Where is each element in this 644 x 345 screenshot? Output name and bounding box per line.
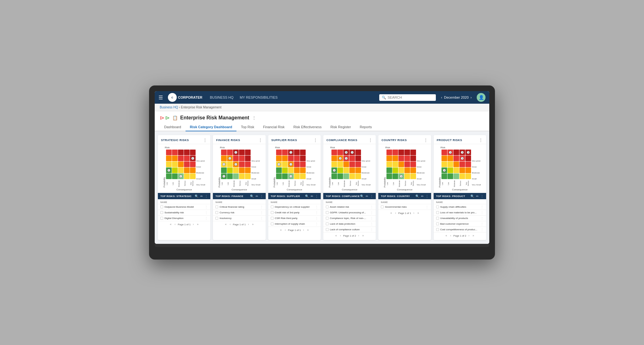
search-input[interactable] [387, 96, 431, 99]
finance-search-icon[interactable]: 🔍 [250, 194, 254, 198]
avatar[interactable]: 👤 [477, 93, 486, 102]
breadcrumb-home[interactable]: Business HQ [160, 106, 178, 109]
risk-item-menu[interactable]: ⋮ [315, 205, 318, 209]
first-page-btn[interactable]: « [445, 234, 448, 238]
last-page-btn[interactable]: » [251, 222, 254, 226]
supplier-search-icon[interactable]: 🔍 [305, 194, 309, 198]
finance-menu-icon[interactable]: ⋮ [260, 194, 263, 198]
date-next-btn[interactable]: › [470, 96, 472, 99]
risk-checkbox[interactable] [436, 228, 439, 231]
first-page-btn[interactable]: « [224, 222, 228, 226]
country-edit-icon[interactable]: ✏ [421, 194, 424, 198]
supplier-edit-icon[interactable]: ✏ [311, 194, 313, 198]
tab-reports[interactable]: Reports [355, 123, 376, 131]
tab-risk-register[interactable]: Risk Register [326, 123, 355, 131]
risk-checkbox[interactable] [326, 228, 329, 231]
prev-page-btn[interactable]: ‹ [229, 222, 232, 226]
risk-item-menu[interactable]: ⋮ [315, 216, 318, 220]
first-page-btn[interactable]: « [279, 228, 283, 232]
risk-item-menu[interactable]: ⋮ [370, 222, 373, 226]
last-page-btn[interactable]: » [472, 234, 475, 238]
next-page-btn[interactable]: › [412, 211, 415, 215]
risk-checkbox[interactable] [436, 222, 439, 225]
strategic-card-menu[interactable]: ⋮ [203, 138, 207, 143]
prev-page-btn[interactable]: ‹ [174, 222, 176, 226]
page-menu-icon[interactable]: ⋮ [252, 115, 256, 120]
risk-item-menu[interactable]: ⋮ [315, 211, 318, 214]
risk-checkbox[interactable] [436, 217, 439, 220]
prev-page-btn[interactable]: ‹ [449, 234, 452, 238]
country-card-menu[interactable]: ⋮ [424, 138, 428, 143]
risk-checkbox[interactable] [160, 217, 163, 220]
product-menu-icon[interactable]: ⋮ [480, 194, 484, 198]
tab-financial-risk[interactable]: Financial Risk [259, 123, 289, 131]
last-page-btn[interactable]: » [196, 222, 199, 226]
risk-item-menu[interactable]: ⋮ [480, 211, 484, 214]
risk-item-menu[interactable]: ⋮ [260, 205, 263, 209]
date-prev-btn[interactable]: ‹ [441, 96, 442, 99]
next-page-btn[interactable]: › [247, 222, 250, 226]
risk-checkbox[interactable] [160, 205, 163, 208]
risk-item-menu[interactable]: ⋮ [205, 211, 208, 214]
first-page-btn[interactable]: « [334, 234, 338, 238]
next-page-btn[interactable]: › [468, 234, 470, 238]
strategic-edit-icon[interactable]: ✏ [200, 194, 203, 198]
tab-risk-category[interactable]: Risk Category Dashboard [186, 123, 236, 131]
nav-business-hq[interactable]: BUSINESS HQ [210, 96, 233, 99]
risk-checkbox[interactable] [326, 222, 329, 225]
product-search-icon[interactable]: 🔍 [470, 194, 474, 198]
risk-item-menu[interactable]: ⋮ [370, 216, 373, 220]
risk-item-menu[interactable]: ⋮ [370, 228, 373, 231]
tab-dashboard[interactable]: Dashboard [160, 123, 186, 131]
risk-checkbox[interactable] [215, 205, 218, 208]
nav-my-responsibilities[interactable]: MY RESPONSIBILITIES [240, 96, 278, 99]
risk-checkbox[interactable] [271, 217, 274, 220]
product-edit-icon[interactable]: ✏ [476, 194, 479, 198]
risk-checkbox[interactable] [160, 211, 163, 214]
risk-item-menu[interactable]: ⋮ [480, 205, 484, 209]
prev-page-btn[interactable]: ‹ [284, 228, 287, 232]
risk-item-menu[interactable]: ⋮ [260, 211, 263, 214]
risk-item-menu[interactable]: ⋮ [425, 205, 429, 209]
prev-page-btn[interactable]: ‹ [339, 234, 342, 238]
next-page-btn[interactable]: › [192, 222, 195, 226]
prev-page-btn[interactable]: ‹ [394, 211, 397, 215]
last-page-btn[interactable]: » [361, 234, 365, 238]
first-page-btn[interactable]: « [390, 211, 393, 215]
risk-item-menu[interactable]: ⋮ [480, 228, 484, 231]
compliance-edit-icon[interactable]: ✏ [366, 194, 368, 198]
risk-item-menu[interactable]: ⋮ [480, 216, 484, 220]
last-page-btn[interactable]: » [306, 228, 310, 232]
next-page-btn[interactable]: › [302, 228, 305, 232]
risk-item-menu[interactable]: ⋮ [370, 211, 373, 214]
risk-item-menu[interactable]: ⋮ [205, 216, 208, 220]
finance-edit-icon[interactable]: ✏ [256, 194, 258, 198]
risk-checkbox[interactable] [436, 205, 439, 208]
risk-checkbox[interactable] [436, 211, 439, 214]
risk-checkbox[interactable] [271, 211, 274, 214]
country-search-icon[interactable]: 🔍 [415, 194, 419, 198]
risk-checkbox[interactable] [215, 217, 218, 220]
last-page-btn[interactable]: » [416, 211, 420, 215]
finance-card-menu[interactable]: ⋮ [258, 138, 263, 143]
supplier-menu-icon[interactable]: ⋮ [315, 194, 318, 198]
risk-item-menu[interactable]: ⋮ [315, 222, 318, 226]
risk-checkbox[interactable] [381, 205, 384, 208]
risk-checkbox[interactable] [271, 205, 274, 208]
first-page-btn[interactable]: « [169, 222, 172, 226]
compliance-search-icon[interactable]: 🔍 [360, 194, 364, 198]
country-menu-icon[interactable]: ⋮ [425, 194, 429, 198]
compliance-card-menu[interactable]: ⋮ [368, 138, 373, 143]
risk-item-menu[interactable]: ⋮ [370, 205, 373, 209]
risk-checkbox[interactable] [271, 222, 274, 225]
hamburger-menu[interactable]: ☰ [158, 95, 163, 101]
strategic-search-icon[interactable]: 🔍 [195, 194, 198, 198]
tab-risk-effectiveness[interactable]: Risk Effectiveness [289, 123, 326, 131]
supplier-card-menu[interactable]: ⋮ [313, 138, 318, 143]
product-card-menu[interactable]: ⋮ [479, 138, 483, 143]
next-page-btn[interactable]: › [357, 234, 360, 238]
strategic-menu-icon[interactable]: ⋮ [205, 194, 208, 198]
risk-checkbox[interactable] [326, 205, 329, 208]
risk-item-menu[interactable]: ⋮ [260, 216, 263, 220]
risk-item-menu[interactable]: ⋮ [205, 205, 208, 209]
